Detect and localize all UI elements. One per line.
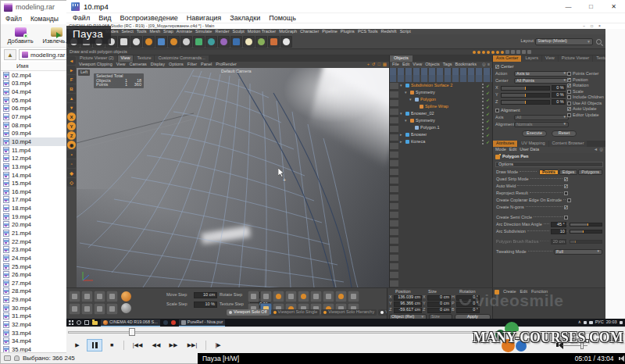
visibility-dots-icon[interactable] xyxy=(482,140,484,141)
enabled-check-icon[interactable]: ✓ xyxy=(486,84,490,88)
reset-button[interactable]: Reset xyxy=(552,130,577,137)
alignment-select[interactable]: Normals ▼ xyxy=(514,122,569,127)
c4d-menu-item[interactable]: Mesh xyxy=(150,30,160,34)
attributes-menu-item[interactable]: Mode xyxy=(495,148,506,152)
c4d-menu-item[interactable]: Sculpt xyxy=(232,30,244,34)
opera-icon[interactable] xyxy=(171,320,176,325)
maximize-view-icon[interactable]: □ xyxy=(377,62,380,67)
search-icon[interactable] xyxy=(596,39,602,45)
checkbox-icon[interactable] xyxy=(564,191,568,195)
c4d-taskbar-button[interactable]: CINEMA 4D R19.068 S... xyxy=(101,319,160,327)
draw-mode-points[interactable]: Points xyxy=(539,170,559,175)
object-row[interactable]: ▾Блокинг_02✓ xyxy=(398,110,492,117)
pause-button[interactable] xyxy=(87,339,102,352)
up-icon[interactable]: ▴ xyxy=(67,94,76,102)
z-axis-icon[interactable]: Z xyxy=(67,131,76,140)
enabled-check-icon[interactable]: ✓ xyxy=(486,126,490,130)
checkbox-icon[interactable] xyxy=(567,95,571,99)
enabled-check-icon[interactable]: ✓ xyxy=(486,140,490,145)
viewport-menu-item[interactable]: Cameras xyxy=(130,62,147,67)
option-slider[interactable] xyxy=(570,230,602,234)
center-select[interactable]: All Points ▼ xyxy=(514,78,569,84)
spinner-icon[interactable]: ↕ xyxy=(566,240,568,244)
checkbox-icon[interactable] xyxy=(564,216,568,219)
material-icon[interactable] xyxy=(268,36,280,48)
visibility-dots-icon[interactable] xyxy=(482,91,484,92)
checkbox-icon[interactable] xyxy=(567,198,571,202)
layout-icon[interactable]: ▦ xyxy=(383,62,387,67)
spline-icon[interactable] xyxy=(180,36,192,48)
checkbox-icon[interactable] xyxy=(567,78,571,82)
slider-track[interactable] xyxy=(501,93,550,98)
tool-tile[interactable] xyxy=(94,291,105,302)
viewport-menu-item[interactable]: Display xyxy=(151,62,165,67)
explorer-icon[interactable] xyxy=(92,321,98,325)
down-icon[interactable]: ▾ xyxy=(67,103,76,112)
spinner-icon[interactable]: ↕ xyxy=(566,223,568,227)
c4d-menu-item[interactable]: Script xyxy=(400,30,411,34)
render-icon[interactable] xyxy=(280,36,292,48)
checkbox-icon[interactable] xyxy=(567,102,571,105)
om-menu-item[interactable]: File xyxy=(392,62,399,67)
close-button[interactable]: ✕ xyxy=(602,0,625,13)
expand-icon[interactable]: ▾ xyxy=(400,112,404,116)
step-value[interactable]: 10 cm xyxy=(194,292,217,298)
object-row[interactable]: ▾Polygon✓ xyxy=(398,96,492,103)
orbit-icon[interactable]: ↺ xyxy=(372,62,376,67)
points-mode-icon[interactable]: ◆ xyxy=(67,169,76,177)
option-check-row[interactable]: Points Center xyxy=(567,71,603,77)
viewport-solo-button[interactable]: Viewport Solo Hierarchy xyxy=(321,309,377,316)
om-menu-item[interactable]: Objects xyxy=(425,62,440,67)
tool-tile[interactable] xyxy=(335,291,347,302)
coord-value[interactable]: 136.039 cm xyxy=(394,295,422,301)
om-menu-item[interactable]: View xyxy=(412,62,422,67)
options-section-header[interactable]: Options xyxy=(495,162,603,167)
viewport-menu-item[interactable]: Options xyxy=(169,62,184,67)
c4d-menu-item[interactable]: Render xyxy=(215,30,229,34)
app-icon[interactable] xyxy=(163,320,168,325)
y-axis-icon[interactable]: Y xyxy=(67,122,76,130)
expand-icon[interactable]: ▸ xyxy=(400,140,404,144)
expand-icon[interactable]: ▾ xyxy=(405,119,409,123)
option-value[interactable]: 20 cm xyxy=(551,239,566,244)
x-axis-icon[interactable]: X xyxy=(67,112,76,121)
texture-mode-icon[interactable]: ▫ xyxy=(67,159,76,168)
tab-layers[interactable]: Layers xyxy=(522,55,541,62)
clock[interactable]: 20:03 xyxy=(606,320,617,325)
slider-track[interactable] xyxy=(501,100,550,105)
pen-icon[interactable] xyxy=(168,36,180,48)
enabled-check-icon[interactable]: ✓ xyxy=(486,105,490,109)
object-row[interactable]: ▸Колеса✓ xyxy=(398,138,492,145)
checkbox-icon[interactable] xyxy=(567,90,571,94)
c4d-menu-item[interactable]: Tools xyxy=(137,30,147,34)
checkbox-icon[interactable] xyxy=(567,84,571,87)
player-menu-item[interactable]: Навигация xyxy=(187,14,221,22)
axis-select[interactable]: All ▼ xyxy=(514,115,569,120)
enabled-check-icon[interactable]: ✓ xyxy=(486,91,490,95)
pan-icon[interactable]: + xyxy=(367,62,370,67)
enabled-check-icon[interactable]: ✓ xyxy=(486,98,490,102)
last-tool-icon[interactable] xyxy=(143,36,155,48)
c4d-menu-item[interactable]: Animate xyxy=(177,30,192,34)
environment-icon[interactable] xyxy=(230,36,242,48)
visibility-dots-icon[interactable] xyxy=(482,126,484,127)
tool-tile[interactable] xyxy=(69,291,80,302)
object-row[interactable]: Polygon.1✓ xyxy=(398,124,492,131)
c4d-menu-item[interactable]: PCS Tools xyxy=(358,30,378,34)
attributes-menu-item[interactable]: Edit xyxy=(509,148,516,152)
tool-tile[interactable] xyxy=(94,303,105,315)
scale-icon[interactable] xyxy=(118,36,130,48)
tool-tile[interactable] xyxy=(106,291,118,302)
lock-icon[interactable]: ◎ xyxy=(599,148,603,152)
player-titlebar[interactable]: 10.mp4 — □ ✕ xyxy=(66,0,625,13)
skip-back-button[interactable]: |◀◀ xyxy=(128,339,147,352)
viewport-menu-item[interactable]: Viewport Clipping xyxy=(79,62,112,67)
spinner-icon[interactable]: ↕ xyxy=(566,230,568,234)
c4d-menu-item[interactable]: Snap xyxy=(163,30,173,34)
layout-combo[interactable]: Startup (Model)▼ xyxy=(535,38,593,45)
up-folder-button[interactable]: ▲ xyxy=(4,49,16,60)
enabled-check-icon[interactable]: ✓ xyxy=(486,112,490,116)
slider-value[interactable]: 0 % xyxy=(552,92,566,98)
option-check-row[interactable]: Auto Update xyxy=(567,106,603,112)
tool-tile[interactable] xyxy=(69,303,80,315)
